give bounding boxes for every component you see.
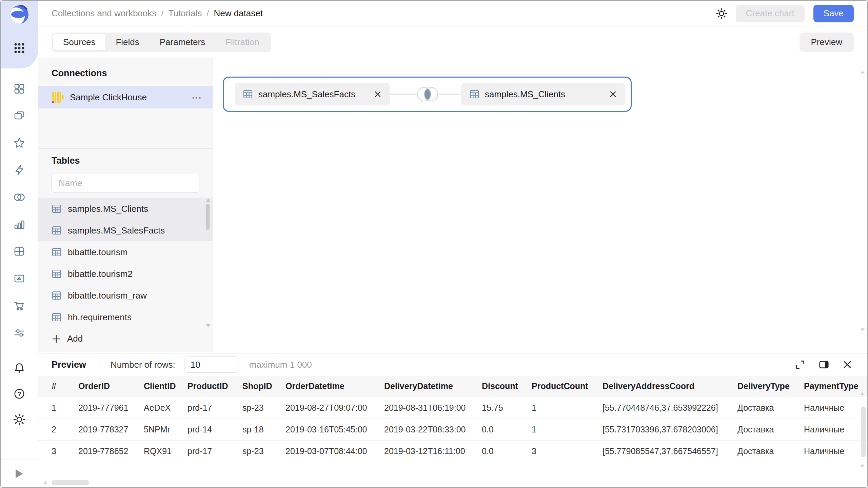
table-row: 3 2019-778652 RQX91 prd-17 sp-23 2019-03… — [38, 440, 867, 462]
files-media-icon[interactable] — [13, 272, 25, 285]
col-header-shopid[interactable]: ShopID — [242, 376, 285, 397]
connection-item-sample-clickhouse[interactable]: Sample ClickHouse ⋯ — [38, 86, 213, 108]
table-item-tourism[interactable]: bibattle.tourism — [38, 241, 213, 263]
create-chart-button[interactable]: Create chart — [736, 5, 805, 22]
table-row: 2 2019-778327 5NPMr prd-14 sp-18 2019-03… — [38, 419, 867, 440]
tables-section: Tables samples.MS_Clients samples.MS_Sal… — [38, 149, 213, 349]
col-header-index[interactable]: # — [38, 376, 78, 397]
dashboards-grid-icon[interactable] — [13, 83, 25, 95]
sidebar-expand-button[interactable] — [1, 460, 38, 487]
col-header-paymenttype[interactable]: PaymentType — [804, 376, 867, 397]
table-icon — [52, 269, 62, 279]
scroll-down-arrow-icon — [206, 324, 210, 327]
tab-sources[interactable]: Sources — [53, 34, 105, 50]
source-chip-salesfacts[interactable]: samples.MS_SalesFacts — [235, 83, 390, 105]
rows-max-label: maximum 1 000 — [249, 360, 312, 370]
plus-icon — [52, 334, 61, 344]
preview-expand-icon[interactable] — [795, 359, 806, 370]
col-header-orderdatetime[interactable]: OrderDatetime — [285, 376, 384, 397]
expand-arrow-icon — [16, 469, 23, 478]
breadcrumb-separator: / — [206, 8, 209, 19]
col-header-productid[interactable]: ProductID — [188, 376, 242, 397]
rows-count-input[interactable] — [184, 357, 238, 373]
preview-header: Preview Number of rows: maximum 1 000 — [38, 353, 867, 376]
marketplace-cart-icon[interactable] — [13, 300, 25, 312]
favorites-star-icon[interactable] — [13, 137, 25, 149]
datasets-table-icon[interactable] — [13, 245, 25, 258]
connections-venn-icon[interactable] — [13, 191, 25, 203]
col-header-deliverytype[interactable]: DeliveryType — [737, 376, 804, 397]
preview-vertical-scroll-thumb[interactable] — [861, 406, 866, 457]
rows-count-label: Number of rows: — [111, 360, 175, 370]
dataset-settings-gear-icon[interactable] — [716, 8, 727, 19]
canvas-scroll-up-icon[interactable] — [861, 70, 865, 74]
notifications-bell-icon[interactable] — [13, 362, 25, 374]
table-item-hh-requirements[interactable]: hh.requirements — [38, 306, 213, 328]
table-icon — [52, 225, 62, 236]
connections-section: Connections Sample ClickHouse ⋯ — [38, 58, 213, 149]
apps-grid-icon[interactable] — [13, 42, 25, 56]
preview-close-icon[interactable] — [842, 360, 852, 370]
tab-fields[interactable]: Fields — [105, 34, 149, 50]
editor-lightning-icon[interactable] — [13, 164, 25, 176]
join-group[interactable]: samples.MS_SalesFacts — [223, 77, 632, 112]
charts-bar-icon[interactable] — [13, 218, 25, 230]
table-item-ms-clients[interactable]: samples.MS_Clients — [38, 198, 213, 220]
remove-source-icon[interactable] — [609, 90, 617, 98]
help-icon[interactable]: ? — [13, 388, 25, 400]
table-item-tourism-raw[interactable]: bibattle.tourism_raw — [38, 285, 213, 306]
sources-side-panel: Connections Sample ClickHouse ⋯ Tab — [38, 58, 213, 352]
join-type-venn-icon[interactable] — [413, 81, 442, 108]
preview-table-container: # OrderID ClientID ProductID ShopID Orde… — [38, 376, 867, 462]
scroll-thumb — [206, 204, 210, 230]
preview-dock-right-icon[interactable] — [818, 359, 829, 370]
scroll-up-arrow-icon — [206, 199, 210, 202]
clickhouse-icon — [52, 91, 64, 103]
tables-search-input[interactable] — [52, 174, 199, 192]
preview-table: # OrderID ClientID ProductID ShopID Orde… — [38, 376, 867, 462]
canvas-scroll-down-icon[interactable] — [861, 328, 865, 331]
preview-toggle-button[interactable]: Preview — [800, 33, 854, 52]
tables-list: samples.MS_Clients samples.MS_SalesFacts… — [38, 198, 213, 328]
table-item-ms-salesfacts[interactable]: samples.MS_SalesFacts — [38, 220, 213, 241]
settings-gear-icon[interactable] — [13, 413, 25, 426]
preview-horizontal-scroll-thumb — [52, 480, 89, 485]
col-header-deliveryaddresscoord[interactable]: DeliveryAddressCoord — [603, 376, 737, 397]
save-button[interactable]: Save — [813, 5, 854, 22]
remove-source-icon[interactable] — [374, 90, 382, 98]
preview-scroll-down-icon[interactable] — [860, 465, 864, 468]
preview-scroll-left-icon — [43, 481, 46, 485]
sources-canvas: samples.MS_SalesFacts — [213, 58, 867, 352]
breadcrumb-tutorials[interactable]: Tutorials — [169, 8, 202, 19]
dataset-tabs: Sources Fields Parameters Filtration — [52, 33, 271, 52]
tab-parameters[interactable]: Parameters — [150, 34, 215, 50]
table-item-tourism2[interactable]: bibattle.tourism2 — [38, 263, 213, 285]
preview-horizontal-scrollbar[interactable] — [43, 480, 857, 486]
source-chip-clients[interactable]: samples.MS_Clients — [461, 83, 625, 105]
preview-scroll-up-icon[interactable] — [860, 392, 864, 395]
tab-filtration[interactable]: Filtration — [215, 34, 270, 50]
preview-panel: Preview Number of rows: maximum 1 000 — [38, 353, 867, 488]
services-sliders-icon[interactable] — [13, 327, 25, 339]
connection-menu-icon[interactable]: ⋯ — [192, 92, 202, 103]
add-table-button[interactable]: Add — [38, 328, 213, 349]
dataset-tabs-row: Sources Fields Parameters Filtration Pre… — [38, 26, 867, 58]
breadcrumb-current: New dataset — [214, 8, 263, 19]
connection-name: Sample ClickHouse — [70, 92, 147, 103]
table-icon — [52, 247, 62, 257]
tables-list-scrollbar[interactable] — [205, 198, 211, 328]
col-header-orderid[interactable]: OrderID — [78, 376, 144, 397]
col-header-discount[interactable]: Discount — [482, 376, 532, 397]
datalens-logo-icon[interactable] — [9, 5, 29, 26]
col-header-deliverydatetime[interactable]: DeliveryDatetime — [384, 376, 482, 397]
collections-icon[interactable] — [13, 110, 25, 122]
table-icon — [52, 204, 62, 214]
col-header-productcount[interactable]: ProductCount — [532, 376, 603, 397]
tables-title: Tables — [38, 156, 213, 169]
breadcrumb-collections[interactable]: Collections and workbooks — [52, 8, 156, 19]
breadcrumb: Collections and workbooks / Tutorials / … — [52, 8, 263, 19]
table-icon — [243, 89, 253, 99]
app-window: ? Collections and workbooks / Tutoria — [0, 0, 868, 488]
table-icon — [52, 312, 62, 322]
col-header-clientid[interactable]: ClientID — [144, 376, 188, 397]
